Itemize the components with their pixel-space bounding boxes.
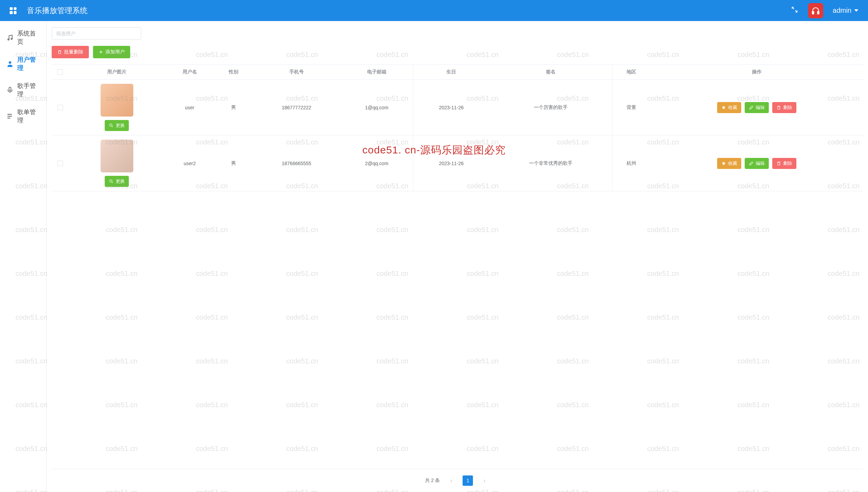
page-total: 共 2 条 [425, 478, 440, 484]
sidebar-item-singers[interactable]: 歌手管理 [0, 77, 46, 103]
sidebar-item-label: 歌单管理 [17, 108, 40, 124]
svg-point-3 [11, 38, 12, 40]
list-icon [6, 112, 14, 120]
chevron-down-icon [854, 9, 858, 12]
col-phone: 手机号 [253, 65, 341, 80]
svg-point-4 [9, 61, 11, 64]
trash-icon [776, 105, 781, 110]
app-title: 音乐播放管理系统 [27, 6, 87, 16]
svg-rect-1 [817, 11, 819, 14]
user-avatar-image [101, 140, 133, 172]
headphone-icon [811, 6, 820, 15]
cell-birthday: 2023-11-26 [413, 135, 489, 191]
col-region: 地区 [612, 65, 650, 80]
star-icon [721, 105, 726, 110]
search-input[interactable] [52, 27, 141, 40]
top-bar: 音乐播放管理系统 admin [0, 0, 868, 21]
add-user-button[interactable]: 添加用户 [93, 46, 130, 58]
user-dropdown[interactable]: admin [833, 7, 858, 14]
change-avatar-button[interactable]: 更换 [105, 120, 129, 131]
trash-icon [776, 161, 781, 166]
main-content: 批量删除 添加用户 用户图片 用户名 性别 手机号 电子邮箱 [46, 21, 868, 492]
edit-button[interactable]: 编辑 [745, 102, 769, 113]
svg-rect-5 [9, 87, 11, 91]
sidebar-item-label: 系统首页 [17, 29, 40, 46]
trash-icon [57, 50, 62, 54]
sidebar-item-label: 用户管理 [17, 56, 40, 72]
svg-point-7 [110, 180, 112, 182]
cell-email: 2@qq.com [340, 135, 413, 191]
svg-point-6 [110, 124, 112, 126]
next-page-button[interactable]: › [479, 475, 489, 486]
person-icon [6, 60, 14, 68]
sidebar-item-users[interactable]: 用户管理 [0, 51, 46, 77]
favorite-button[interactable]: 收藏 [717, 102, 741, 113]
cell-region: 背景 [612, 80, 650, 135]
row-checkbox[interactable] [58, 161, 63, 166]
search-icon [109, 179, 114, 184]
music-note-icon [6, 34, 14, 41]
col-username: 用户名 [165, 65, 215, 80]
svg-rect-0 [812, 11, 814, 14]
batch-delete-button[interactable]: 批量删除 [52, 46, 89, 58]
cell-gender: 男 [215, 80, 252, 135]
table-row: 更换user男186777722221@qq.com2023-11-26一个厉害… [52, 80, 863, 135]
col-actions: 操作 [651, 65, 863, 80]
cell-region: 杭州 [612, 135, 650, 191]
sidebar: 系统首页 用户管理 歌手管理 歌单管理 [0, 21, 46, 492]
cell-phone: 18677772222 [253, 80, 341, 135]
page-1-button[interactable]: 1 [463, 475, 473, 486]
mic-icon [6, 86, 14, 94]
favorite-button[interactable]: 收藏 [717, 158, 741, 169]
select-all-checkbox[interactable] [58, 69, 63, 75]
plus-icon [99, 50, 103, 54]
table-row: 更换user2男187666655552@qq.com2023-11-26一个非… [52, 135, 863, 191]
cell-signature: 一个厉害的歌手 [489, 80, 612, 135]
col-gender: 性别 [215, 65, 252, 80]
prev-page-button[interactable]: ‹ [446, 475, 456, 486]
svg-point-2 [8, 39, 9, 40]
search-icon [109, 123, 114, 128]
cell-email: 1@qq.com [340, 80, 413, 135]
col-signature: 签名 [489, 65, 612, 80]
cell-username: user2 [165, 135, 215, 191]
delete-button[interactable]: 删除 [772, 158, 796, 169]
edit-button[interactable]: 编辑 [745, 158, 769, 169]
col-birthday: 生日 [413, 65, 489, 80]
sidebar-item-home[interactable]: 系统首页 [0, 24, 46, 51]
pagination: 共 2 条 ‹ 1 › [52, 469, 863, 492]
cell-gender: 男 [215, 135, 252, 191]
edit-icon [749, 161, 754, 166]
users-table: 用户图片 用户名 性别 手机号 电子邮箱 生日 签名 地区 操作 更换user男… [52, 65, 863, 191]
star-icon [721, 161, 726, 166]
col-avatar: 用户图片 [69, 65, 165, 80]
fullscreen-icon[interactable] [791, 6, 798, 16]
apps-icon[interactable] [10, 7, 17, 14]
cell-phone: 18766665555 [253, 135, 341, 191]
cell-signature: 一个非常优秀的歌手 [489, 135, 612, 191]
username-label: admin [833, 7, 851, 14]
user-avatar[interactable] [808, 3, 823, 18]
row-checkbox[interactable] [58, 105, 63, 110]
cell-birthday: 2023-11-26 [413, 80, 489, 135]
cell-username: user [165, 80, 215, 135]
user-avatar-image [101, 84, 133, 117]
col-email: 电子邮箱 [340, 65, 413, 80]
sidebar-item-playlists[interactable]: 歌单管理 [0, 103, 46, 129]
sidebar-item-label: 歌手管理 [17, 82, 40, 98]
change-avatar-button[interactable]: 更换 [105, 176, 129, 187]
delete-button[interactable]: 删除 [772, 102, 796, 113]
edit-icon [749, 105, 754, 110]
